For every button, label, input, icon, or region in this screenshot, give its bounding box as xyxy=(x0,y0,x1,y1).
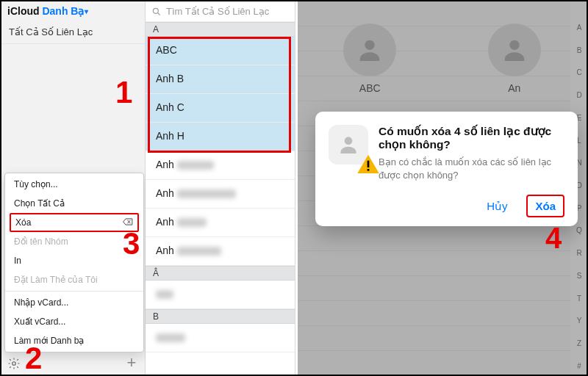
sidebar-item-all-contacts[interactable]: Tất Cả Số Liên Lạc xyxy=(1,22,145,44)
svg-rect-6 xyxy=(368,161,370,167)
section-header: B xyxy=(146,309,295,324)
right-pane: ABCAn ABCDELNOPQRSTYZ# Có muốn xóa 4 số … xyxy=(298,1,587,375)
section-header: A xyxy=(146,22,295,37)
svg-rect-7 xyxy=(368,169,370,171)
menu-item[interactable]: Xuất vCard... xyxy=(5,312,143,331)
menu-item[interactable]: Chọn Tất Cả xyxy=(5,194,143,213)
menu-item: Đặt Làm Thẻ của Tôi xyxy=(5,270,143,289)
svg-point-0 xyxy=(12,362,16,366)
sidebar-header[interactable]: iCloud Danh Bạ▾ xyxy=(1,1,145,22)
delete-dialog: Có muốn xóa 4 số liên lạc được chọn khôn… xyxy=(315,112,578,226)
menu-item[interactable]: Xóa xyxy=(10,213,139,232)
app-frame: iCloud Danh Bạ▾ Tất Cả Số Liên Lạc Tùy c… xyxy=(0,0,588,376)
sidebar-title-link[interactable]: Danh Bạ xyxy=(42,5,85,17)
gear-icon[interactable] xyxy=(6,355,22,372)
menu-item[interactable]: Nhập vCard... xyxy=(5,293,143,312)
search-icon xyxy=(151,7,162,17)
chevron-down-icon: ▾ xyxy=(85,7,88,15)
contacts-app-icon xyxy=(329,125,368,164)
menu-item: Đổi tên Nhóm xyxy=(5,232,143,251)
search-placeholder: Tìm Tất Cả Số Liên Lạc xyxy=(166,6,269,17)
menu-item[interactable]: In xyxy=(5,251,143,270)
menu-item[interactable]: Tùy chọn... xyxy=(5,175,143,194)
left-pane: iCloud Danh Bạ▾ Tất Cả Số Liên Lạc Tùy c… xyxy=(1,1,295,375)
erase-icon xyxy=(123,217,133,228)
contact-row[interactable]: Anh xyxy=(146,151,295,180)
dialog-title: Có muốn xóa 4 số liên lạc được chọn khôn… xyxy=(379,125,564,151)
contact-row[interactable]: ABC xyxy=(146,37,295,65)
svg-point-1 xyxy=(153,8,158,13)
svg-point-5 xyxy=(345,137,353,145)
contacts-list: AABCAnh BAnh CAnh HAnh Anh Anh Anh ÂB xyxy=(146,22,295,352)
contact-row[interactable]: Anh xyxy=(146,209,295,237)
search-input[interactable]: Tìm Tất Cả Số Liên Lạc xyxy=(146,1,295,22)
contact-row[interactable]: Anh C xyxy=(146,94,295,123)
section-header: Â xyxy=(146,266,295,281)
confirm-delete-button[interactable]: Xóa xyxy=(526,195,564,217)
groups-sidebar: iCloud Danh Bạ▾ Tất Cả Số Liên Lạc Tùy c… xyxy=(1,1,146,375)
contacts-list-column: Tìm Tất Cả Số Liên Lạc AABCAnh BAnh CAnh… xyxy=(146,1,295,375)
context-menu: Tùy chọn...Chọn Tất CảXóaĐổi tên NhómInĐ… xyxy=(4,173,144,352)
contact-row[interactable]: Anh B xyxy=(146,65,295,94)
contact-row[interactable] xyxy=(146,324,295,352)
menu-item[interactable]: Làm mới Danh bạ xyxy=(5,331,143,350)
cancel-button[interactable]: Hủy xyxy=(479,196,514,217)
contact-row[interactable] xyxy=(146,281,295,309)
sidebar-title-prefix: iCloud xyxy=(7,5,40,17)
warning-badge-icon xyxy=(356,153,371,167)
contact-row[interactable]: Anh xyxy=(146,237,295,266)
contact-row[interactable]: Anh H xyxy=(146,123,295,151)
dialog-subtitle: Bạn có chắc là muốn xóa các số liên lạc … xyxy=(379,156,564,181)
add-icon[interactable]: + xyxy=(123,354,140,372)
contact-row[interactable]: Anh xyxy=(146,180,295,209)
svg-line-2 xyxy=(158,12,160,15)
